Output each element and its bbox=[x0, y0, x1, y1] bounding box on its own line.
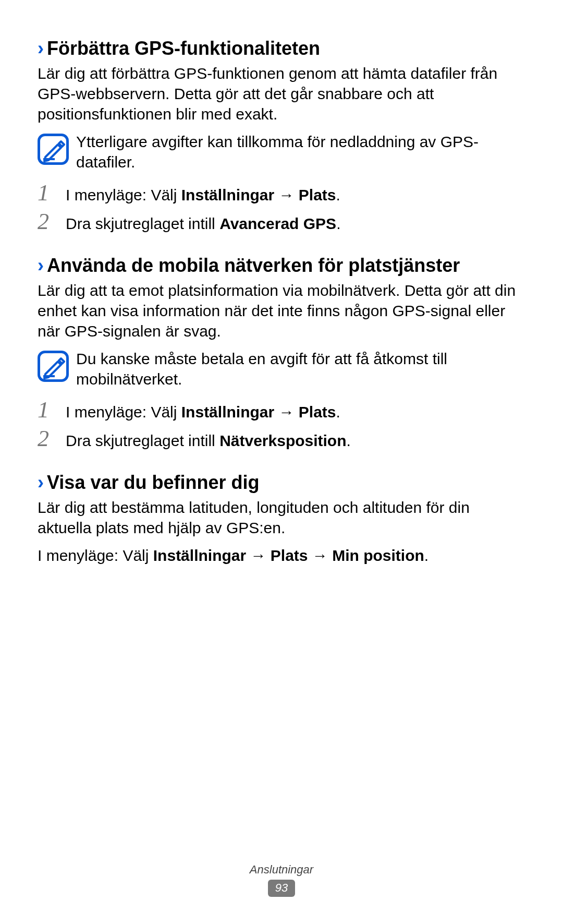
step-prefix: Dra skjutreglaget intill bbox=[66, 215, 219, 232]
line-bold: Min position bbox=[332, 547, 424, 564]
step-prefix: Dra skjutreglaget intill bbox=[66, 432, 219, 449]
line-prefix: I menyläge: Välj bbox=[38, 547, 153, 564]
step-number: 2 bbox=[38, 210, 53, 233]
note-row: Ytterligare avgifter kan tillkomma för n… bbox=[38, 131, 525, 172]
arrow-icon: → bbox=[246, 547, 271, 564]
step-number: 2 bbox=[38, 427, 53, 450]
footer-section-label: Anslutningar bbox=[0, 863, 563, 877]
step-suffix: . bbox=[336, 215, 340, 232]
step-bold: Avancerad GPS bbox=[219, 215, 336, 232]
step-bold: Plats bbox=[299, 403, 336, 421]
step-text: Dra skjutreglaget intill Nätverkspositio… bbox=[66, 430, 351, 451]
section-heading: ›Använda de mobila nätverken för platstj… bbox=[38, 254, 525, 277]
page-footer: Anslutningar 93 bbox=[0, 863, 563, 897]
section-heading: ›Visa var du befinner dig bbox=[38, 471, 525, 494]
line-bold: Plats bbox=[271, 547, 308, 564]
note-text: Ytterligare avgifter kan tillkomma för n… bbox=[76, 131, 525, 172]
step-row: 2 Dra skjutreglaget intill Avancerad GPS… bbox=[38, 210, 525, 234]
arrow-icon: → bbox=[274, 186, 299, 203]
step-prefix: I menyläge: Välj bbox=[66, 186, 181, 203]
step-row: 1 I menyläge: Välj Inställningar → Plats… bbox=[38, 399, 525, 422]
note-icon bbox=[38, 134, 69, 165]
step-bold: Plats bbox=[299, 186, 336, 203]
step-text: I menyläge: Välj Inställningar → Plats. bbox=[66, 185, 340, 205]
line-bold: Inställningar bbox=[153, 547, 246, 564]
note-icon bbox=[38, 351, 69, 382]
chevron-icon: › bbox=[38, 255, 44, 276]
heading-text: Använda de mobila nätverken för platstjä… bbox=[47, 255, 460, 276]
chevron-icon: › bbox=[38, 472, 44, 493]
step-bold: Nätverksposition bbox=[219, 432, 346, 449]
step-prefix: I menyläge: Välj bbox=[66, 403, 181, 421]
step-bold: Inställningar bbox=[181, 403, 274, 421]
section-intro: Lär dig att förbättra GPS-funktionen gen… bbox=[38, 63, 525, 124]
heading-text: Förbättra GPS-funktionaliteten bbox=[47, 38, 320, 59]
step-text: I menyläge: Välj Inställningar → Plats. bbox=[66, 402, 340, 422]
step-row: 2 Dra skjutreglaget intill Nätverksposit… bbox=[38, 427, 525, 451]
page-content: ›Förbättra GPS-funktionaliteten Lär dig … bbox=[0, 0, 563, 566]
section-intro: Lär dig att ta emot platsinformation via… bbox=[38, 280, 525, 341]
step-suffix: . bbox=[336, 403, 340, 421]
note-text: Du kanske måste betala en avgift för att… bbox=[76, 349, 525, 389]
step-suffix: . bbox=[347, 432, 351, 449]
step-number: 1 bbox=[38, 399, 53, 422]
section-line: I menyläge: Välj Inställningar → Plats →… bbox=[38, 545, 525, 566]
step-row: 1 I menyläge: Välj Inställningar → Plats… bbox=[38, 182, 525, 205]
step-text: Dra skjutreglaget intill Avancerad GPS. bbox=[66, 213, 340, 234]
page-number-badge: 93 bbox=[268, 880, 295, 897]
line-suffix: . bbox=[424, 547, 429, 564]
chevron-icon: › bbox=[38, 38, 44, 59]
heading-text: Visa var du befinner dig bbox=[47, 472, 259, 493]
section-heading: ›Förbättra GPS-funktionaliteten bbox=[38, 37, 525, 60]
step-number: 1 bbox=[38, 182, 53, 205]
arrow-icon: → bbox=[308, 547, 333, 564]
note-row: Du kanske måste betala en avgift för att… bbox=[38, 349, 525, 389]
step-bold: Inställningar bbox=[181, 186, 274, 203]
arrow-icon: → bbox=[274, 403, 299, 421]
section-intro: Lär dig att bestämma latituden, longitud… bbox=[38, 497, 525, 538]
step-suffix: . bbox=[336, 186, 340, 203]
